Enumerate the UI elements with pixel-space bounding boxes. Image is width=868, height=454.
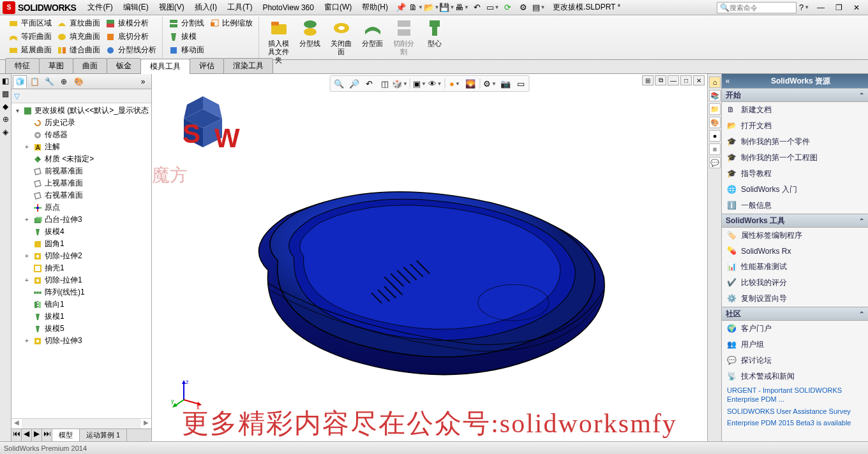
rail-icon-1[interactable]: ◧ [2,77,9,85]
tp-tab-design-lib[interactable]: 📚 [709,90,721,101]
tp-section-head[interactable]: 社区⌃ [722,307,868,321]
tp-tab-custom-props[interactable]: ≡ [709,143,721,155]
tp-item[interactable]: 💊SolidWorks Rx [722,244,868,259]
tree-item[interactable]: 拔模4 [13,226,150,238]
tp-news-link[interactable]: URGENT - Important SOLIDWORKS Enterprise… [722,384,868,406]
tree-item[interactable]: +切除-拉伸2 [13,250,150,262]
cmd-scale[interactable]: 比例缩放 [207,17,255,30]
rail-icon-2[interactable]: ▦ [2,89,9,98]
new-icon[interactable]: 🗎▼ [410,1,423,14]
search-input[interactable] [730,4,793,11]
cmd-offset-surface[interactable]: 等距曲面 [6,30,54,43]
tab-features[interactable]: 特征 [5,58,40,73]
tree-filter-bar[interactable]: ▽ [11,89,151,103]
settings-icon[interactable]: ▤▼ [532,1,545,14]
vp-split-icon[interactable]: ⊞ [642,75,654,85]
vp-maximize[interactable]: □ [680,75,692,85]
tree-item[interactable]: 右视基准面 [13,189,150,201]
tp-item[interactable]: 🎓制作我的第一个零件 [722,134,868,150]
tree-root[interactable]: ▾ 更改拔模 (默认<<默认>_显示状态 [13,105,150,117]
tab-motion-study[interactable]: 运动算例 1 [80,429,127,441]
tp-item[interactable]: ⚙️复制设置向导 [722,291,868,307]
tree-item[interactable]: 历史记录 [13,117,150,129]
close-button[interactable]: ✕ [848,1,865,14]
tp-tab-appearances[interactable]: ● [709,130,721,142]
menu-view[interactable]: 视图(V) [154,1,190,14]
tp-news-link[interactable]: Enterprise PDM 2015 Beta3 is available [722,417,868,428]
tp-item[interactable]: 📂打开文档 [722,118,868,134]
tp-item[interactable]: 🗎新建文档 [722,102,868,118]
cmd-parting-surface[interactable]: 分型面 [357,17,388,66]
cmd-draft[interactable]: 拔模 [167,30,198,43]
menu-file[interactable]: 文件(F) [82,1,117,14]
tp-tab-forum[interactable]: 💬 [709,157,721,168]
cmd-ruled-surface[interactable]: 直纹曲面 [55,17,102,30]
open-icon[interactable]: 📂▼ [425,1,438,14]
select-icon[interactable]: ▭▼ [486,1,499,14]
cmd-undercut-analysis[interactable]: 底切分析 [103,30,151,43]
rail-icon-5[interactable]: ◈ [3,128,8,136]
view-triad[interactable]: z x y [171,377,203,409]
tp-item[interactable]: 🌐SolidWorks 入门 [722,182,868,198]
tab-mold-tools[interactable]: 模具工具 [140,59,190,74]
tree-item[interactable]: 材质 <未指定> [13,153,150,165]
menu-photoview[interactable]: PhotoView 360 [257,2,319,13]
tree-item[interactable]: 阵列(线性)1 [13,286,150,298]
tab-scroll-last[interactable]: ⏭ [42,429,52,441]
rail-icon-3[interactable]: ◆ [3,102,8,111]
tp-item[interactable]: 🎓制作我的第一个工程图 [722,150,868,166]
tab-model[interactable]: 模型 [52,429,80,441]
tree-tab-expand[interactable]: » [136,75,150,88]
tree-item[interactable]: +切除-拉伸1 [13,274,150,286]
tp-item[interactable]: 🎓指导教程 [722,166,868,182]
tab-sketch[interactable]: 草图 [39,58,73,73]
tree-item[interactable]: 拔模1 [13,311,150,323]
tp-item[interactable]: 👥用户组 [722,337,868,353]
minimize-button[interactable]: — [812,1,830,14]
tp-item[interactable]: 📡技术警戒和新闻 [722,369,868,384]
options-icon[interactable]: ⚙ [517,1,530,14]
tree-item[interactable]: +凸台-拉伸3 [13,214,150,226]
tab-evaluate[interactable]: 评估 [190,58,224,73]
tp-tab-resources[interactable]: ⌂ [709,77,721,88]
tp-item[interactable]: 📊性能基准测试 [722,259,868,275]
tree-item[interactable]: 上视基准面 [13,177,150,189]
command-search[interactable]: 🔍 [717,2,797,13]
tree-tab-display[interactable]: 🎨 [71,75,86,88]
tp-item[interactable]: 🏷️属性标签编制程序 [722,228,868,244]
save-icon[interactable]: 💾▼ [440,1,453,14]
menu-help[interactable]: 帮助(H) [357,1,393,14]
tab-scroll-first[interactable]: ⏮ [11,429,22,441]
tab-scroll-prev[interactable]: ◀ [22,429,32,441]
tree-item[interactable]: +切除-拉伸3 [13,335,150,347]
menu-insert[interactable]: 插入(I) [190,1,222,14]
tree-item[interactable]: +A注解 [13,141,150,153]
hscroll-left[interactable]: ◀ [11,419,22,428]
tp-item[interactable]: ℹ️一般信息 [722,198,868,214]
cmd-tooling-split[interactable]: 切削分 割 [388,17,419,66]
tree-item[interactable]: 传感器 [13,129,150,141]
tab-render-tools[interactable]: 渲染工具 [223,58,273,73]
tp-item[interactable]: 💬探讨论坛 [722,353,868,369]
menu-edit[interactable]: 编辑(E) [118,1,154,14]
rebuild-icon[interactable]: ⟳ [502,1,514,14]
tab-surfaces[interactable]: 曲面 [73,58,107,73]
pin-icon[interactable]: 📌 [394,1,407,14]
menu-tools[interactable]: 工具(T) [222,1,257,14]
tp-tab-view-palette[interactable]: 🎨 [709,117,721,128]
tree-item[interactable]: 拔模5 [13,323,150,335]
cmd-planar-surface[interactable]: 平面区域 [6,17,54,30]
tab-sheetmetal[interactable]: 钣金 [107,58,141,73]
cmd-fill-surface[interactable]: 填充曲面 [55,30,102,43]
cmd-extend-surface[interactable]: 延展曲面 [6,43,54,57]
undo-icon[interactable]: ↶ [471,1,484,14]
tp-item[interactable]: 🌍客户门户 [722,321,868,337]
cmd-parting-line[interactable]: 分型线 [294,17,326,66]
rail-icon-4[interactable]: ⊕ [3,115,9,124]
menu-window[interactable]: 窗口(W) [319,1,357,14]
tp-section-head[interactable]: SolidWorks 工具⌃ [722,214,868,228]
vp-close[interactable]: ✕ [693,75,705,85]
vp-link-icon[interactable]: ⧉ [655,75,666,85]
tp-news-link[interactable]: SOLIDWORKS User Assistance Survey [722,406,868,417]
restore-button[interactable]: ❐ [830,1,848,14]
